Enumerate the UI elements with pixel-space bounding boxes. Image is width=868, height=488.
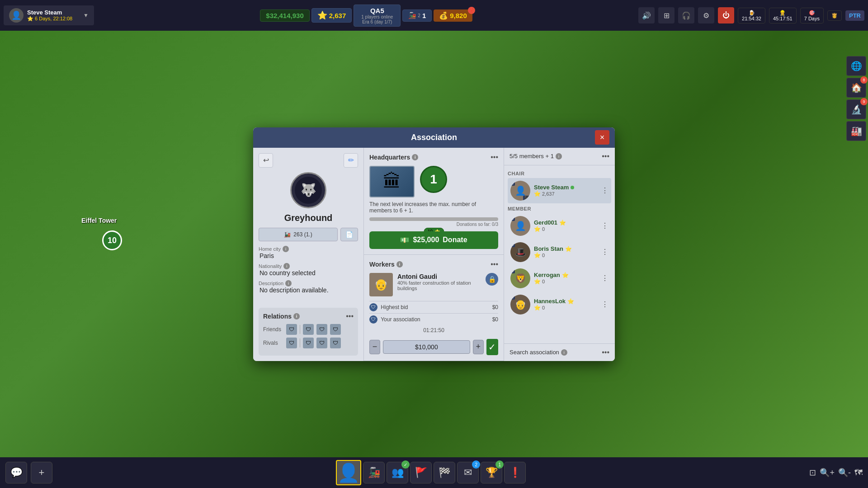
members-menu[interactable]: ••• [602, 152, 609, 160]
kerrogan-coin-icon: ⭐ [562, 272, 569, 278]
nationality-info[interactable]: i [283, 263, 290, 269]
donate-button[interactable]: 💵 $25,000 Donate [369, 231, 498, 249]
modal-body: ↩ ✏ 🐺 Greyhound 🚂 263 (1.) 📄 [253, 148, 615, 361]
race-bottom-icon[interactable]: 🏁 [434, 462, 455, 483]
relations-section: Relations i ••• Friends 🛡 🛡 🛡 🛡 [259, 308, 358, 356]
relations-menu[interactable]: ••• [346, 312, 354, 320]
donate-cash-icon: 💵 [400, 236, 409, 244]
points-stat[interactable]: ⭐ 2,637 [311, 8, 352, 23]
qa-stat[interactable]: QA5 1 players online Era 6 (day 1/7) [354, 5, 401, 27]
member-menu-gerd[interactable]: ⋮ [601, 221, 609, 230]
confirm-button[interactable]: ✓ [486, 339, 498, 355]
doc-button[interactable]: 📄 [340, 228, 358, 241]
members-info[interactable]: i [556, 153, 562, 160]
member-menu-kerrogan[interactable]: ⋮ [601, 274, 609, 282]
queue-stat[interactable]: 🚂2 1 [402, 9, 432, 22]
settings-icon[interactable]: ⚙ [698, 7, 714, 23]
relations-title: Relations i [263, 313, 300, 320]
workers-menu[interactable]: ••• [491, 260, 498, 268]
resize-icon[interactable]: ⊡ [809, 468, 816, 478]
train-bottom-icon[interactable]: 🚂 [363, 462, 385, 483]
member-item-gerd[interactable]: 1 👤 Gerd001 ⭐ ⭐ 0 [508, 213, 611, 239]
player-dropdown-arrow[interactable]: ▼ [83, 12, 89, 19]
player-time: ⭐ 6 Days, 22:12:08 [27, 16, 80, 22]
member-level-hanneslok: 1 [510, 295, 515, 300]
home-city-value: Paris [259, 252, 358, 259]
power-icon[interactable]: ⏻ [718, 7, 734, 23]
description-value: No description available. [259, 286, 358, 294]
message-bottom-icon[interactable]: ✉ 2 [457, 462, 479, 483]
add-button[interactable]: + [31, 462, 52, 483]
middle-panel: Headquarters i ••• 🏛 1 The next level [364, 148, 504, 361]
plus-button[interactable]: + [473, 340, 484, 354]
member-avatar-gerd: 1 👤 [510, 216, 530, 236]
zoom-in-icon[interactable]: 🔍+ [820, 468, 835, 478]
workers-info[interactable]: i [396, 261, 403, 267]
money-value: $32,414,930 [266, 12, 303, 19]
edit-button[interactable]: ✏ [344, 153, 358, 168]
fullscreen-icon[interactable]: ⊞ [658, 7, 675, 23]
bottom-bar: 💬 + 👤 🚂 👥 ✓ 🚩 🏁 ✉ 2 🏆 1 ❗ ⊡ 🔍+ 🔍- 🗺 [0, 457, 868, 488]
points-value: 2,637 [329, 12, 346, 19]
friends-icon-3: 🛡 [316, 324, 327, 335]
left-panel-header: ↩ ✏ [259, 153, 358, 168]
hq-menu[interactable]: ••• [491, 153, 498, 161]
your-assoc-row: 🛡 Your association $0 [369, 313, 498, 325]
highest-bid-value: $0 [492, 304, 498, 310]
description-field: Description i No description available. [259, 280, 358, 294]
description-info[interactable]: i [285, 280, 292, 286]
member-item-kerrogan[interactable]: 1 🦁 Kerrogan ⭐ ⭐ 0 [508, 266, 611, 291]
member-menu-hanneslok[interactable]: ⋮ [601, 300, 609, 309]
player-details: Steve Steam ⭐ 6 Days, 22:12:08 [27, 9, 80, 22]
member-menu-steve[interactable]: ⋮ [601, 186, 609, 195]
flag-bottom-icon[interactable]: 🚩 [410, 462, 432, 483]
zoom-out-icon[interactable]: 🔍- [838, 468, 851, 478]
coin-icon: ⭐ [534, 191, 541, 197]
amount-input[interactable] [383, 340, 470, 354]
home-city-info[interactable]: i [283, 246, 289, 252]
modal-close-button[interactable]: × [595, 130, 609, 145]
member-points-hanneslok: ⭐ 0 [534, 305, 598, 311]
train-button[interactable]: 🚂 263 (1.) [259, 228, 338, 241]
amount-input-row: − + ✓ [369, 335, 498, 355]
sound-icon[interactable]: 🔊 [638, 7, 655, 23]
member-menu-boris[interactable]: ⋮ [601, 248, 609, 256]
map-icon[interactable]: 🗺 [854, 468, 863, 478]
online-indicator-steve [571, 186, 574, 189]
member-item[interactable]: 1 👤 ⬛ Steve Steam ⭐ 2,637 [508, 178, 611, 203]
alert-bottom-icon[interactable]: ❗ [504, 462, 526, 483]
group-bottom-icon[interactable]: 👥 ✓ [387, 462, 408, 483]
top-stats: $32,414,930 ⭐ 2,637 QA5 1 players online… [94, 5, 638, 27]
leave-button[interactable]: ↩ [259, 153, 273, 168]
money-stat[interactable]: $32,414,930 [260, 9, 309, 22]
member-item-hanneslok[interactable]: 1 👴 HannesLok ⭐ ⭐ 0 [508, 292, 611, 317]
search-assoc-menu[interactable]: ••• [602, 348, 609, 357]
description-label: Description i [259, 280, 358, 286]
hq-info[interactable]: i [412, 154, 418, 160]
player-name: Steve Steam [27, 9, 80, 16]
your-assoc-value: $0 [492, 316, 498, 323]
headset-icon[interactable]: 🎧 [678, 7, 694, 23]
chat-button[interactable]: 💬 [5, 462, 27, 483]
player-portrait[interactable]: 👤 [336, 460, 361, 485]
ptr-badge: PTR [845, 10, 864, 21]
hq-header: Headquarters i ••• [369, 153, 498, 161]
member-points-gerd: ⭐ 0 [534, 226, 598, 232]
assoc-bid-icon: 🛡 [369, 315, 377, 324]
player-info[interactable]: 👤 Steve Steam ⭐ 6 Days, 22:12:08 ▼ [4, 5, 94, 25]
qa-players: 1 players online [361, 14, 393, 19]
worker-action-icon[interactable]: 🔒 [486, 273, 498, 286]
bottom-left-icons: 💬 + [5, 462, 52, 483]
gold-stat[interactable]: ❗ 💰 9,820 [434, 9, 472, 22]
friends-label: Friends [263, 326, 283, 333]
bottom-center: 👤 🚂 👥 ✓ 🚩 🏁 ✉ 2 🏆 1 ❗ [336, 460, 526, 485]
minus-button[interactable]: − [369, 340, 380, 354]
hq-image: 🏛 [369, 166, 415, 197]
player-avatar: 👤 [9, 8, 24, 23]
search-assoc-info[interactable]: i [561, 349, 567, 356]
nationality-value: No country selected [259, 269, 358, 277]
member-points-steve: ⭐ 2,637 [534, 191, 598, 197]
member-item-boris[interactable]: 1 🎩 Boris Stan ⭐ ⭐ 0 [508, 239, 611, 265]
relations-info[interactable]: i [293, 313, 300, 319]
trophy-bottom-icon[interactable]: 🏆 1 [481, 462, 502, 483]
